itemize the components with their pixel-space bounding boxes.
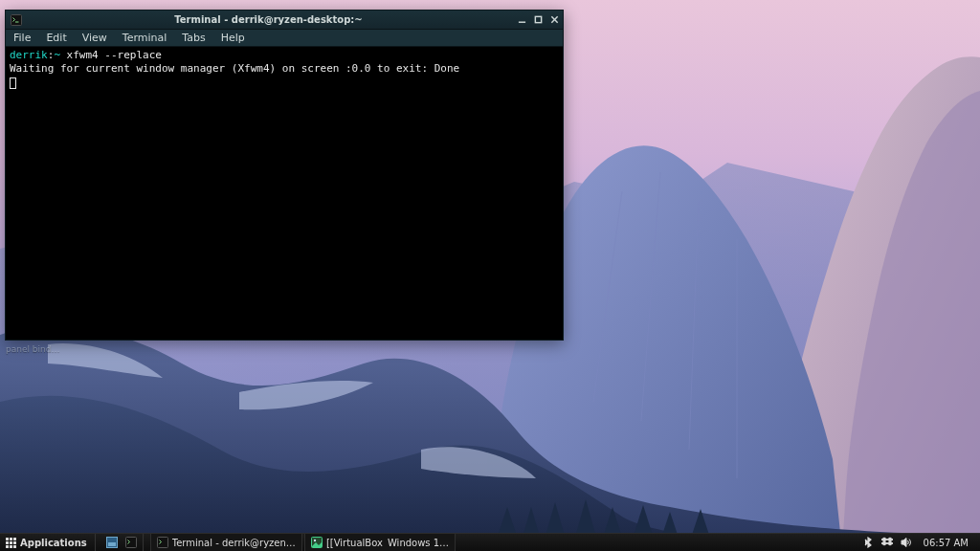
show-desktop-launcher[interactable] (104, 535, 120, 550)
terminal-window[interactable]: Terminal - derrik@ryzen-desktop:~ File E… (5, 10, 564, 341)
menu-file[interactable]: File (6, 32, 38, 44)
menu-help[interactable]: Help (213, 32, 253, 44)
task-label: Terminal - derrik@ryzen… (172, 538, 296, 548)
volume-icon[interactable] (901, 537, 912, 548)
applications-menu-button[interactable]: Applications (0, 534, 93, 551)
panel-separator (95, 534, 100, 551)
applications-label: Applications (20, 538, 87, 548)
svg-rect-9 (125, 538, 136, 548)
system-tray: 06:57 AM (855, 534, 980, 551)
apps-grid-icon (6, 538, 16, 548)
menu-tabs[interactable]: Tabs (174, 32, 212, 44)
dropbox-icon[interactable] (881, 537, 893, 548)
svg-rect-1 (11, 14, 22, 25)
panel-clock[interactable]: 06:57 AM (920, 538, 972, 548)
bluetooth-icon[interactable] (862, 537, 874, 548)
bottom-panel: Applications Terminal - derrik@ryzen… [[… (0, 533, 980, 551)
close-button[interactable] (549, 14, 560, 25)
menubar: File Edit View Terminal Tabs Help (6, 30, 563, 47)
prompt-cwd: ~ (54, 49, 60, 61)
terminal-body[interactable]: derrik:~ xfwm4 --replace Waiting for cur… (6, 47, 563, 340)
svg-rect-10 (157, 538, 167, 548)
panel-separator (143, 534, 148, 551)
window-title: Terminal - derrik@ryzen-desktop:~ (26, 14, 511, 25)
menu-terminal[interactable]: Terminal (115, 32, 175, 44)
taskbar-item-terminal[interactable]: Terminal - derrik@ryzen… (150, 534, 302, 551)
svg-rect-4 (535, 16, 541, 22)
terminal-cursor (10, 77, 16, 89)
svg-point-12 (314, 540, 316, 541)
terminal-icon (157, 537, 168, 548)
menu-edit[interactable]: Edit (38, 32, 74, 44)
menu-view[interactable]: View (75, 32, 115, 44)
maximize-button[interactable] (533, 14, 544, 25)
terminal-app-icon (11, 14, 22, 26)
prompt-user: derrik (10, 49, 48, 61)
task-label: [[VirtualBox_Windows 1… (326, 538, 449, 548)
terminal-line-2: Waiting for current window manager (Xfwm… (10, 62, 559, 76)
command-text: xfwm4 --replace (60, 49, 162, 61)
terminal-launcher[interactable] (123, 535, 139, 550)
taskbar-item-virtualbox[interactable]: [[VirtualBox_Windows 1… (304, 534, 456, 551)
terminal-line-1: derrik:~ xfwm4 --replace (10, 49, 559, 62)
minimize-button[interactable] (517, 14, 527, 25)
desktop-text-fragment: panel bind… (6, 344, 59, 354)
svg-rect-8 (108, 542, 116, 546)
titlebar[interactable]: Terminal - derrik@ryzen-desktop:~ (6, 11, 563, 30)
image-icon (311, 537, 323, 548)
